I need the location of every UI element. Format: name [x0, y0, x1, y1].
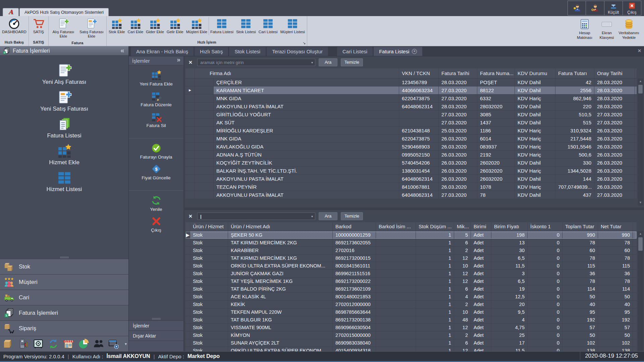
table-row[interactable]: StokJUNİOR ÇAKMAK GAZI8699621151516112Ad…	[185, 270, 637, 278]
column-header-5[interactable]: KDV Durumu	[515, 68, 555, 78]
column-header-6[interactable]: Fatura Tutarı	[555, 68, 594, 78]
sidebar-section-siparis[interactable]: Sipariş	[0, 320, 128, 336]
cari-listesi-button[interactable]: Cari Listesi	[257, 17, 279, 35]
scroll-up-icon[interactable]: ▲	[638, 231, 643, 237]
footer-window-settings-button[interactable]	[108, 339, 119, 349]
table-row[interactable]: StokORKİD ULTRA EXTRA SÜPER EKONOM...800…	[185, 262, 637, 270]
sidebar-item-fatura-listesi[interactable]: Fatura Listesi	[0, 117, 128, 139]
action-yenile-button[interactable]: Yenile	[129, 195, 183, 212]
actions-footer-i-lemler[interactable]: İşlemler	[129, 320, 183, 330]
column-header-6[interactable]: Mik...	[454, 222, 471, 231]
actions-expand-button[interactable]	[176, 58, 181, 64]
stok-listesi-button[interactable]: Stok Listesi	[235, 17, 257, 35]
items-clear-button[interactable]: Temizle	[341, 212, 363, 220]
tab-h-zl-sat-[interactable]: Hızlı Satış	[195, 47, 228, 56]
invoice-search-button[interactable]: Ara	[319, 58, 337, 66]
column-header-1[interactable]: Ürün / Hizmet	[190, 222, 228, 231]
actions-splitter[interactable]	[129, 317, 183, 320]
column-header-1[interactable]: Firma Adı	[195, 68, 399, 78]
document-tab[interactable]: AkPOS Hızlı Satış Otomasyon Sistemleri	[19, 8, 109, 16]
table-row[interactable]: KAVLAKOĞLU GIDA529046890326.03.202008393…	[185, 143, 637, 151]
table-row[interactable]: StokSUNAR AYÇİÇEK 2LT869098303804016Adet…	[185, 339, 637, 347]
satis-faturasi-ekle-button[interactable]: Satış Faturası Ekle	[77, 17, 106, 40]
column-header-11[interactable]: Net Tutar	[598, 222, 633, 231]
gider-ekle-button[interactable]: Gider Ekle	[145, 17, 165, 35]
tab-fatura-listesi[interactable]: Fatura Listesi✕	[374, 47, 422, 56]
table-row[interactable]: StokACE KLASİK 4L800148002185314Adet12,5…	[185, 293, 637, 301]
search-close-icon[interactable]: ✕	[189, 214, 194, 219]
scroll-down-icon[interactable]: ▼	[638, 200, 643, 205]
table-row[interactable]: MİRİOĞLU KARDEŞLER621043814825.03.202011…	[185, 127, 637, 135]
musteri-ekle-button[interactable]: Müşteri Ekle	[185, 17, 209, 35]
exit-button[interactable]: Çıkış	[623, 1, 641, 15]
hesap-makinasi-button[interactable]: Hesap Makinası	[574, 16, 596, 46]
column-header-10[interactable]: Toplam Tutar	[562, 222, 598, 231]
tabrow-close-icon[interactable]: ✕	[638, 48, 641, 53]
table-row[interactable]: ÇERÇİLER12345678928.03.2020POŞETKDV Dahi…	[185, 78, 637, 86]
sidebar-section-stok[interactable]: Stok	[0, 259, 128, 274]
tab-ana-ekran-h-zl-bak-[interactable]: Ana Ekran - Hızlı Bakış	[131, 47, 194, 56]
footer-users-button[interactable]	[93, 339, 104, 349]
stok-ekle-button[interactable]: Stok Ekle	[107, 17, 126, 35]
table-row[interactable]: AK SÜT27.03.20201437KDV Dahil51527.03.20…	[185, 119, 637, 127]
table-row[interactable]: StokTAT KIRMIZI MERCİMEK 1KG869217320001…	[185, 254, 637, 262]
footer-more-dropdown-icon[interactable]: ▾	[123, 342, 128, 346]
fatura-listesi-button[interactable]: Fatura Listesi	[209, 17, 235, 35]
action-fiyat-guncelle-button[interactable]: Fiyat Güncelle	[129, 164, 183, 180]
table-row[interactable]: MNK GIDA622047387526.03.20206014KDV Hari…	[185, 135, 637, 143]
footer-safe-button[interactable]	[33, 339, 44, 349]
column-header-7[interactable]: Onay Tarihi	[594, 68, 635, 78]
items-search-button[interactable]: Ara	[319, 212, 337, 220]
table-row[interactable]: AKKOYUNLU PASTA İMALAT6404806231428.03.2…	[185, 103, 637, 111]
column-header-3[interactable]: Fatura Tarihi	[439, 68, 477, 78]
cari-ekle-button[interactable]: Cari Ekle	[126, 17, 145, 35]
table-row[interactable]: KOÇYİĞİT ZEYTİNCİLİK574045420626.03.2020…	[185, 159, 637, 167]
app-logo-tab[interactable]: A	[3, 8, 19, 16]
invoice-clear-button[interactable]: Temizle	[341, 58, 363, 66]
table-row[interactable]: StokKEKİK270201200000012Adet2004040	[185, 301, 637, 308]
column-header-2[interactable]: VKN / TCKN	[399, 68, 439, 78]
actions-footer-d-ar-aktar[interactable]: Dışar Aktar	[129, 330, 183, 341]
sidebar-splitter[interactable]	[0, 256, 128, 259]
table-row[interactable]: ADNAN A.Ş TÜTÜN099505215026.03.20202192K…	[185, 151, 637, 159]
table-row[interactable]: StokVISSMATE 900ML8690966030504112Adet4,…	[185, 324, 637, 331]
combo-arrow-icon[interactable]: ▾	[311, 215, 313, 218]
sidebar-section-cari[interactable]: Cari	[0, 290, 128, 305]
invoice-scrollbar[interactable]: ▲ ▼	[638, 78, 643, 205]
table-row[interactable]: MNK GIDA622047387527.03.20206332KDV Hari…	[185, 95, 637, 103]
table-row[interactable]: AKKOYUNLU PASTA İMALAT6404806231426.03.2…	[185, 175, 637, 183]
dashboard-button[interactable]: DASHBOARD	[1, 17, 28, 35]
column-header-8[interactable]: Birim Fiyatı	[491, 222, 528, 231]
column-header-9[interactable]: İskonto 1	[528, 222, 562, 231]
satis-button[interactable]: SATIŞ	[30, 17, 48, 35]
items-search-input[interactable]: | ▾	[197, 213, 315, 220]
column-header-4[interactable]: Fatura Numa...	[477, 68, 515, 78]
table-row[interactable]: TEZCAN PEYNİR841006788126.03.20201078KDV…	[185, 183, 637, 191]
table-row[interactable]: StokKİMYON270201500000012Adet2505050	[185, 331, 637, 339]
table-row[interactable]: StokTAT BULGUR 1KG8692173200138148Adet40…	[185, 316, 637, 324]
table-row[interactable]: StokTEKFEN AMPUL 220W8698785663644110Ade…	[185, 308, 637, 316]
ekran-klavyesi-button[interactable]: Ekran Klavyesi	[596, 16, 618, 46]
table-row[interactable]: StokORKİD ULTRA EXTRA SÜPER EKONOM...401…	[185, 347, 637, 351]
sidebar-item-hizmet-ekle[interactable]: Hizmet Ekle	[0, 143, 128, 166]
sidebar-item-hizmet-listesi[interactable]: Hizmet Listesi	[0, 170, 128, 193]
table-row[interactable]: BALKAR İNŞ.TAH. VE TİC.LTD.ŞTİ.138003145…	[185, 167, 637, 175]
footer-pie-chart-button[interactable]	[78, 339, 89, 349]
invoice-search-input[interactable]: aramak için metni girin ▾	[197, 59, 315, 66]
footer-store-button[interactable]	[63, 339, 74, 349]
column-header-7[interactable]: Birimi	[471, 222, 491, 231]
scroll-up-icon[interactable]: ▲	[638, 78, 643, 84]
search-close-icon[interactable]: ✕	[189, 60, 194, 65]
table-row[interactable]: ▶StokŞEKER 50 KG100000000125915Adet19809…	[185, 231, 637, 239]
table-row[interactable]: AKKOYUNLU PASTA İMALAT6404806231427.03.2…	[185, 191, 637, 199]
alis-faturasi-ekle-button[interactable]: Alış Faturası Ekle	[49, 17, 77, 40]
minimize-button[interactable]: Küçült	[604, 1, 623, 15]
tab-terazi-dosyas-olu-tur[interactable]: Terazi Dosyası Oluştur	[267, 47, 328, 56]
table-row[interactable]: StokTAT BALDO PİRİNÇ 2KG869217360210916A…	[185, 285, 637, 293]
table-row[interactable]: StokTAT KIRMIZI MERCİMEK 2KG869217360205…	[185, 239, 637, 247]
column-header-4[interactable]: Barkod İsim ...	[376, 222, 416, 231]
user-switch-button[interactable]	[568, 1, 586, 15]
dialog-launcher-icon[interactable]: ↘	[303, 41, 306, 45]
user-lock-button[interactable]	[586, 1, 604, 15]
veritabanini-yedekle-button[interactable]: Veritabanını Yedekle	[618, 16, 640, 46]
